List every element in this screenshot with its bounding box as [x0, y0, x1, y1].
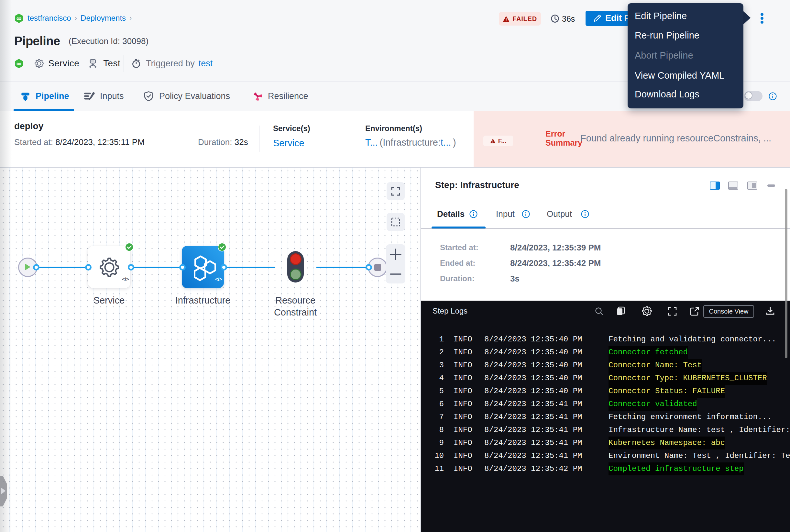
svg-text:∞: ∞ [17, 14, 22, 22]
svg-text:∞: ∞ [17, 59, 22, 67]
